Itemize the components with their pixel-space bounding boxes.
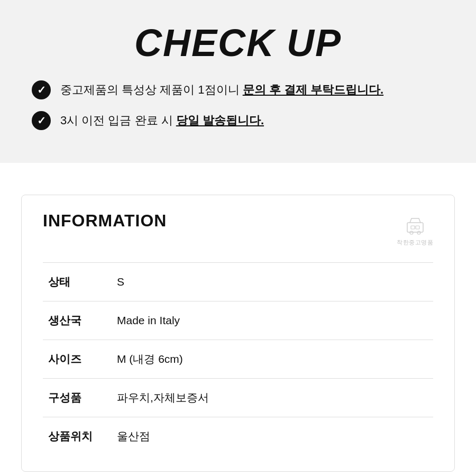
table-value-origin: Made in Italy (112, 301, 433, 340)
checklist-bold-2: 당일 발송됩니다. (176, 114, 264, 127)
table-label-location: 상품위치 (43, 417, 112, 456)
checklist-text-1: 중고제품의 특성상 제품이 1점이니 문의 후 결제 부탁드립니다. (60, 82, 383, 98)
checklist-bold-1: 문의 후 결제 부탁드립니다. (243, 83, 383, 96)
svg-rect-2 (416, 226, 419, 229)
table-label-components: 구성품 (43, 379, 112, 417)
information-card: INFORMATION 착한중고명품 상태 S 생산국 Made in Ital… (21, 195, 455, 472)
brand-watermark: 착한중고명품 (397, 211, 433, 246)
table-label-status: 상태 (43, 263, 112, 301)
table-value-status: S (112, 263, 433, 301)
brand-name: 착한중고명품 (397, 239, 433, 246)
info-table: 상태 S 생산국 Made in Italy 사이즈 M (내경 6cm) 구성… (43, 262, 433, 455)
table-row: 구성품 파우치,자체보증서 (43, 379, 433, 417)
table-row: 생산국 Made in Italy (43, 301, 433, 340)
checklist-text-2: 3시 이전 입금 완료 시 당일 발송됩니다. (60, 113, 264, 129)
table-value-size: M (내경 6cm) (112, 340, 433, 379)
info-header: INFORMATION 착한중고명품 (43, 211, 433, 246)
list-item: 중고제품의 특성상 제품이 1점이니 문의 후 결제 부탁드립니다. (32, 80, 444, 99)
svg-point-4 (417, 231, 420, 234)
svg-point-3 (410, 231, 413, 234)
check-icon (32, 80, 51, 99)
table-row: 상품위치 울산점 (43, 417, 433, 456)
table-row: 상태 S (43, 263, 433, 301)
list-item: 3시 이전 입금 완료 시 당일 발송됩니다. (32, 111, 444, 130)
table-label-origin: 생산국 (43, 301, 112, 340)
check-icon (32, 111, 51, 130)
page-title: CHECK UP (21, 11, 455, 80)
table-value-components: 파우치,자체보증서 (112, 379, 433, 417)
table-row: 사이즈 M (내경 6cm) (43, 340, 433, 379)
header-section: CHECK UP 중고제품의 특성상 제품이 1점이니 문의 후 결제 부탁드립… (0, 0, 476, 163)
brand-icon (402, 211, 428, 237)
table-value-location: 울산점 (112, 417, 433, 456)
info-title: INFORMATION (43, 211, 167, 231)
svg-rect-0 (407, 223, 423, 232)
checklist: 중고제품의 특성상 제품이 1점이니 문의 후 결제 부탁드립니다. 3시 이전… (21, 80, 455, 130)
svg-rect-1 (411, 226, 415, 229)
spacer (0, 163, 476, 195)
table-label-size: 사이즈 (43, 340, 112, 379)
